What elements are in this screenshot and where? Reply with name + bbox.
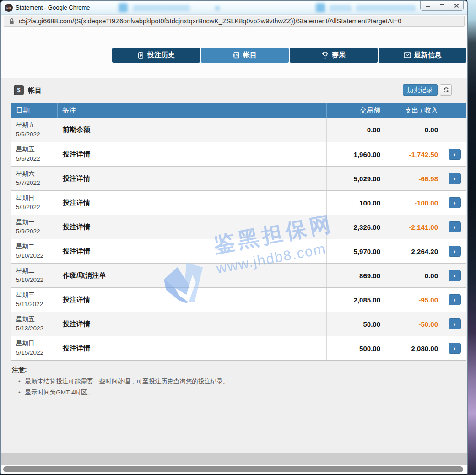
table-row: 星期日 5/8/2022 投注详情 100.00 -100.00 › — [11, 190, 466, 215]
col-header-date: 日期 — [11, 103, 57, 118]
desktop-background — [467, 0, 476, 475]
row-action-cell: › — [443, 215, 466, 239]
note-text: 显示时间为GMT-4时区。 — [25, 388, 93, 397]
row-weekday: 星期五 — [16, 120, 35, 130]
table-row: 星期五 5/13/2022 投注详情 50.00 -50.00 › — [11, 312, 466, 336]
lock-icon[interactable] — [9, 18, 15, 25]
row-detail-button[interactable]: › — [449, 197, 461, 208]
table-row: 星期六 5/7/2022 投注详情 5,029.00 -66.98 › — [11, 166, 466, 190]
section-actions: 历史记录 — [403, 84, 452, 96]
site-favicon: BR — [5, 4, 13, 12]
blurred-tab — [330, 5, 352, 11]
page-content: 投注历史 $ 帐目 赛果 — [1, 27, 467, 453]
tab-latest-news[interactable]: 最新信息 — [379, 48, 466, 63]
horizontal-scrollbar-track[interactable] — [1, 453, 467, 465]
row-action-cell: › — [443, 239, 466, 263]
horizontal-scrollbar-thumb[interactable] — [3, 466, 463, 472]
row-date: 星期一 5/9/2022 — [11, 215, 57, 239]
blurred-tab — [215, 6, 220, 11]
row-payout: 0.00 — [385, 118, 443, 142]
mail-icon — [404, 52, 411, 58]
row-date-value: 5/10/2022 — [16, 275, 43, 285]
main-nav: 投注历史 $ 帐目 赛果 — [112, 48, 466, 63]
table-row: 星期二 5/10/2022 作废/取消注单 869.00 0.00 › — [11, 263, 466, 287]
col-header-remark: 备注 — [57, 103, 326, 118]
svg-text:$: $ — [236, 53, 238, 57]
row-remark: 投注详情 — [57, 142, 326, 166]
row-detail-button[interactable]: › — [449, 173, 461, 184]
row-date-value: 5/10/2022 — [16, 251, 43, 260]
row-weekday: 星期一 — [16, 218, 35, 227]
bet-history-icon — [137, 52, 144, 59]
tab-label: 投注历史 — [147, 51, 175, 59]
row-detail-button[interactable]: › — [449, 246, 461, 257]
col-header-amount: 交易额 — [326, 103, 385, 118]
section-title: 帐目 — [28, 86, 42, 95]
row-date: 星期三 5/11/2022 — [11, 288, 57, 312]
col-header-action — [443, 103, 466, 118]
tab-results[interactable]: 赛果 — [290, 48, 378, 63]
statement-table-body: 星期五 5/6/2022 前期余额 0.00 0.00 星期五 5/6/2022… — [11, 118, 466, 360]
row-payout: 0.00 — [385, 264, 443, 287]
row-detail-button[interactable]: › — [449, 221, 461, 232]
row-amount: 1,960.00 — [326, 142, 385, 166]
row-payout: -66.98 — [385, 167, 443, 190]
row-action-cell: › — [443, 191, 466, 215]
row-date-value: 5/9/2022 — [16, 227, 40, 236]
maximize-button[interactable] — [435, 1, 449, 10]
row-detail-button[interactable]: › — [449, 270, 461, 281]
row-action-cell: › — [443, 142, 466, 166]
row-action-cell — [443, 118, 466, 142]
row-remark: 投注详情 — [57, 215, 326, 239]
row-remark: 投注详情 — [57, 191, 326, 215]
note-item: • 显示时间为GMT-4时区。 — [18, 388, 229, 397]
url-text: c5j2ia.gi6688.com/(S(xideqseTI9Z6onlvabp… — [19, 17, 401, 25]
row-weekday: 星期二 — [16, 266, 35, 275]
row-action-cell: › — [443, 288, 466, 312]
row-remark: 投注详情 — [57, 312, 326, 336]
notes: 注意: • 最新未结算投注可能需要一些时间处理，可至投注历史查询您的投注纪录。 … — [12, 366, 229, 399]
row-remark: 投注详情 — [57, 336, 326, 360]
url-field[interactable]: c5j2ia.gi6688.com/(S(xideqseTI9Z6onlvabp… — [4, 16, 465, 27]
row-detail-button[interactable]: › — [449, 343, 461, 354]
refresh-icon — [443, 86, 449, 93]
table-row: 星期五 5/6/2022 前期余额 0.00 0.00 — [11, 118, 466, 142]
row-date: 星期五 5/6/2022 — [11, 142, 57, 166]
row-amount: 5,970.00 — [326, 239, 385, 263]
statement-table: 日期 备注 交易额 支出 / 收入 星期五 5/6/2022 前期余额 0.00… — [11, 103, 466, 361]
row-payout: -95.00 — [385, 288, 443, 312]
row-date: 星期二 5/10/2022 — [11, 264, 57, 287]
row-date: 星期五 5/13/2022 — [11, 312, 57, 336]
minimize-button[interactable] — [421, 1, 435, 10]
row-date: 星期五 5/6/2022 — [11, 118, 57, 142]
row-weekday: 星期六 — [16, 169, 35, 178]
tab-label: 最新信息 — [414, 51, 442, 59]
address-bar: c5j2ia.gi6688.com/(S(xideqseTI9Z6onlvabp… — [1, 15, 467, 27]
tab-label: 帐目 — [243, 51, 257, 59]
window-titlebar: BR Statement - Google Chrome — [1, 1, 467, 15]
tab-bet-history[interactable]: 投注历史 — [112, 48, 200, 63]
history-record-button[interactable]: 历史记录 — [403, 84, 438, 96]
screen: BR Statement - Google Chrome c5j2ia.gi — [0, 0, 476, 475]
row-date: 星期二 5/10/2022 — [11, 239, 57, 263]
row-detail-button[interactable]: › — [449, 149, 461, 160]
row-amount: 500.00 — [326, 336, 385, 360]
row-amount: 869.00 — [326, 264, 385, 287]
row-detail-button[interactable]: › — [449, 318, 461, 329]
row-weekday: 星期五 — [16, 315, 35, 324]
row-remark: 投注详情 — [57, 288, 326, 312]
row-date-value: 5/15/2022 — [16, 348, 43, 357]
refresh-button[interactable] — [440, 84, 452, 96]
row-amount: 5,029.00 — [326, 167, 385, 190]
row-amount: 2,326.00 — [326, 215, 385, 239]
blurred-tab — [133, 5, 190, 11]
note-text: 最新未结算投注可能需要一些时间处理，可至投注历史查询您的投注纪录。 — [25, 377, 229, 386]
chrome-popup-window: BR Statement - Google Chrome c5j2ia.gi — [0, 0, 468, 474]
close-button[interactable] — [449, 1, 463, 10]
row-payout: -2,141.00 — [385, 215, 443, 239]
row-detail-button[interactable]: › — [449, 294, 461, 305]
tab-statement[interactable]: $ 帐目 — [201, 48, 289, 63]
row-amount: 0.00 — [326, 118, 385, 142]
row-amount: 100.00 — [326, 191, 385, 215]
close-icon — [454, 3, 459, 8]
